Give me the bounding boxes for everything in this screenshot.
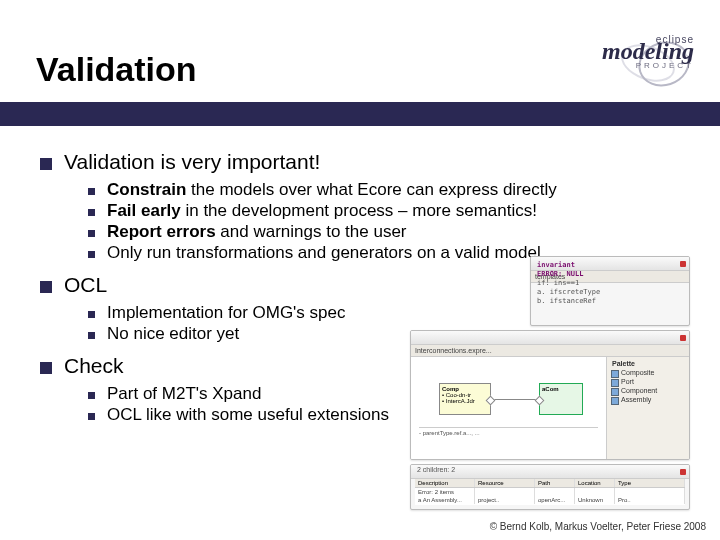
copyright-footer: © Bernd Kolb, Markus Voelter, Peter Frie… — [490, 521, 706, 532]
bullet-lvl1: Validation is very important! — [40, 150, 690, 174]
bullet-text: Check — [64, 354, 124, 378]
col-type: Type — [615, 479, 685, 487]
col-path: Path — [535, 479, 575, 487]
diagram-node: aCom — [539, 383, 583, 415]
square-bullet-icon — [88, 413, 95, 420]
square-bullet-icon — [88, 392, 95, 399]
square-bullet-icon — [88, 311, 95, 318]
slide-title: Validation — [36, 50, 197, 89]
screenshot-diagram-editor: Interconnections.expre... Comp • Coo-dn-… — [410, 330, 690, 460]
palette-item: Component — [607, 386, 689, 395]
col-description: Description — [415, 479, 475, 487]
square-bullet-icon — [40, 281, 52, 293]
square-bullet-icon — [88, 332, 95, 339]
col-resource: Resource — [475, 479, 535, 487]
bullet-text: Implementation for OMG's spec — [107, 303, 346, 323]
col-location: Location — [575, 479, 615, 487]
palette-title: Palette — [607, 357, 689, 368]
diagram-node: Comp • Coo-dn-tr • IntercA.Jdr — [439, 383, 491, 415]
bullet-text: Fail early in the development process – … — [107, 201, 537, 221]
square-bullet-icon — [40, 362, 52, 374]
table-row: a An Assembly... project.. openArc... Un… — [415, 496, 685, 504]
window-titlebar — [411, 331, 689, 345]
diagram-canvas: Comp • Coo-dn-tr • IntercA.Jdr aCom - pa… — [411, 357, 607, 459]
eclipse-modeling-logo: eclipse modeling PROJECT — [564, 36, 694, 98]
bullet-text: Part of M2T's Xpand — [107, 384, 261, 404]
square-bullet-icon — [88, 209, 95, 216]
bullet-text: Report errors and warnings to the user — [107, 222, 407, 242]
slide-header: Validation eclipse modeling PROJECT — [0, 0, 720, 110]
diagram-connector — [491, 399, 539, 400]
window-titlebar: 2 children: 2 — [411, 465, 689, 479]
bullet-lvl2: Fail early in the development process – … — [88, 201, 690, 221]
bullet-text: Only run transformations and generators … — [107, 243, 541, 263]
editor-tab: Interconnections.expre... — [411, 345, 689, 357]
bullet-lvl2: Constrain the models over what Ecore can… — [88, 180, 690, 200]
screenshot-problems-view: 2 children: 2 Description Resource Path … — [410, 464, 690, 510]
palette-panel: Palette Composite Port Component Assembl… — [607, 357, 689, 459]
square-bullet-icon — [40, 158, 52, 170]
bullet-text: OCL — [64, 273, 107, 297]
square-bullet-icon — [88, 188, 95, 195]
palette-item: Composite — [607, 368, 689, 377]
table-header-row: Description Resource Path Location Type — [415, 479, 685, 488]
square-bullet-icon — [88, 251, 95, 258]
bullet-text: No nice editor yet — [107, 324, 239, 344]
code-snippet: invariant ERROR: NULL if: ins==1 a. ifsc… — [537, 261, 600, 306]
header-band — [0, 102, 720, 126]
bullet-text: Constrain the models over what Ecore can… — [107, 180, 557, 200]
palette-item: Port — [607, 377, 689, 386]
bullet-text: Validation is very important! — [64, 150, 320, 174]
view-tab: 2 children: 2 — [417, 466, 455, 473]
table-row: Error: 2 items — [415, 488, 685, 496]
problems-table: Description Resource Path Location Type … — [415, 479, 685, 505]
diagram-breadcrumb: - parentType.ref.a..., ... — [419, 427, 598, 455]
section-validation-important: Validation is very important! Constrain … — [40, 150, 690, 263]
square-bullet-icon — [88, 230, 95, 237]
bullet-text: OCL like with some useful extensions — [107, 405, 389, 425]
bullet-lvl2: Report errors and warnings to the user — [88, 222, 690, 242]
screenshot-code-editor: templates invariant ERROR: NULL if: ins=… — [530, 256, 690, 326]
logo-main-text: modeling — [602, 41, 694, 63]
palette-item: Assembly — [607, 395, 689, 404]
